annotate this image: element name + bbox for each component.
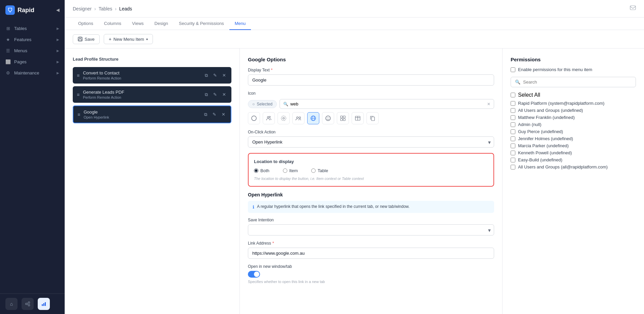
tab-columns[interactable]: Columns <box>99 18 127 30</box>
topbar: Designer › Tables › Leads <box>65 0 644 18</box>
edit-button-google[interactable]: ✎ <box>211 111 218 118</box>
user-checkbox-4[interactable] <box>511 129 515 134</box>
breadcrumb-tables[interactable]: Tables <box>99 6 112 11</box>
user-label-8: Easy-Build (undefined) <box>518 157 562 162</box>
user-checkbox-6[interactable] <box>511 144 515 148</box>
footer-analytics-button[interactable] <box>38 298 50 310</box>
left-panel: Lead Profile Structure ≡ Convert to Cont… <box>65 49 240 314</box>
delete-button-convert[interactable]: ✕ <box>221 72 227 78</box>
user-item-9: All Users and Groups (all@rapidplatform.… <box>511 164 636 169</box>
chevron-right-icon-3: ▶ <box>57 49 59 53</box>
menu-item-generate[interactable]: ≡ Generate Leads PDF Perform Remote Acti… <box>73 86 231 103</box>
hyperlink-info-text: A regular hyperlink that opens the link … <box>257 204 410 209</box>
icon-copy[interactable] <box>366 112 379 124</box>
open-new-tab-toggle[interactable] <box>248 271 260 278</box>
tab-options[interactable]: Options <box>73 18 99 30</box>
tab-design[interactable]: Design <box>149 18 173 30</box>
icon-web-globe[interactable] <box>307 112 319 124</box>
new-menu-button[interactable]: + New Menu Item ▾ <box>104 34 153 44</box>
tab-security[interactable]: Security & Permissions <box>173 18 229 30</box>
menu-item-sub-google: Open Hyperlink <box>84 115 203 119</box>
chevron-right-icon: ▶ <box>57 27 59 30</box>
sidebar-item-menus[interactable]: ☰ Menus ▶ <box>0 45 65 56</box>
edit-button-convert[interactable]: ✎ <box>212 72 218 78</box>
enable-permissions-checkbox[interactable] <box>511 67 515 72</box>
display-text-label: Display Text * <box>248 68 494 72</box>
icon-label: Icon <box>248 91 494 96</box>
user-checkbox-8[interactable] <box>511 158 515 162</box>
svg-rect-6 <box>42 304 43 306</box>
svg-rect-8 <box>45 302 46 306</box>
menu-item-sub-convert: Perform Remote Action <box>83 76 203 80</box>
toggle-knob <box>254 272 259 277</box>
tab-views[interactable]: Views <box>127 18 149 30</box>
tab-menu[interactable]: Menu <box>229 18 251 30</box>
breadcrumb-sep-2: › <box>115 6 117 11</box>
on-click-select[interactable]: Open Hyperlink Perform Remote Action Nav… <box>248 136 494 148</box>
radio-item-label: Item <box>289 168 298 173</box>
user-checkbox-9[interactable] <box>511 165 515 169</box>
footer-home-button[interactable]: ⌂ <box>5 298 18 310</box>
on-click-label: On-Click Action <box>248 130 494 134</box>
user-checkbox-0[interactable] <box>511 101 515 106</box>
copy-button-generate[interactable]: ⧉ <box>203 91 209 98</box>
sidebar-item-pages[interactable]: ⬜ Pages ▶ <box>0 56 65 67</box>
circle-icon: ○ <box>252 102 255 106</box>
sidebar-label-maintenance: Maintenance <box>14 70 39 75</box>
radio-item[interactable]: Item <box>283 168 298 173</box>
breadcrumb-sep-1: › <box>94 6 96 11</box>
copy-button-google[interactable]: ⧉ <box>203 111 208 118</box>
user-label-6: Marcia Parker (undefined) <box>518 143 569 148</box>
user-item-7: Kenneth Powell (undefined) <box>511 150 636 155</box>
display-text-input[interactable] <box>248 74 494 86</box>
save-button[interactable]: Save <box>73 34 100 44</box>
icon-settings[interactable] <box>278 112 290 124</box>
edit-button-generate[interactable]: ✎ <box>212 91 218 98</box>
radio-item-input[interactable] <box>283 168 287 173</box>
info-icon: ℹ <box>253 205 254 210</box>
sidebar-item-features[interactable]: ★ Features ▶ <box>0 34 65 45</box>
menu-item-convert[interactable]: ≡ Convert to Contact Perform Remote Acti… <box>73 67 231 84</box>
user-checkbox-3[interactable] <box>511 122 515 127</box>
sidebar-item-tables[interactable]: ⊞ Tables ▶ <box>0 23 65 34</box>
user-checkbox-5[interactable] <box>511 136 515 141</box>
sidebar: Rapid ◀ ⊞ Tables ▶ ★ Features ▶ ☰ Menus … <box>0 0 65 314</box>
icon-group-settings[interactable] <box>292 112 304 124</box>
tables-icon: ⊞ <box>5 26 11 31</box>
radio-table[interactable]: Table <box>311 168 328 173</box>
delete-button-google[interactable]: ✕ <box>220 111 227 118</box>
icon-people[interactable] <box>263 112 275 124</box>
user-checkbox-1[interactable] <box>511 108 515 113</box>
link-address-input[interactable] <box>248 248 494 259</box>
user-checkbox-2[interactable] <box>511 115 515 120</box>
middle-panel: Google Options Display Text * Icon ○ Sel… <box>240 49 503 314</box>
sidebar-nav: ⊞ Tables ▶ ★ Features ▶ ☰ Menus ▶ ⬜ Page… <box>0 20 65 293</box>
radio-both-input[interactable] <box>254 168 258 173</box>
icon-circle[interactable] <box>248 112 260 124</box>
footer-workflow-button[interactable] <box>22 298 34 310</box>
sidebar-item-maintenance[interactable]: ⚙ Maintenance ▶ <box>0 67 65 78</box>
icon-table[interactable] <box>352 112 364 124</box>
menu-item-name-generate: Generate Leads PDF <box>83 90 203 95</box>
permissions-search-input[interactable] <box>523 80 632 85</box>
select-all-row: Select All <box>511 92 636 98</box>
icon-emoji[interactable] <box>322 112 334 124</box>
dropdown-chevron-icon: ▾ <box>146 37 148 41</box>
select-all-checkbox[interactable] <box>511 93 515 97</box>
user-checkbox-7[interactable] <box>511 151 515 155</box>
sidebar-collapse-icon[interactable]: ◀ <box>56 8 59 12</box>
save-intention-select[interactable] <box>248 224 494 236</box>
icon-grid-view[interactable] <box>337 112 349 124</box>
radio-table-input[interactable] <box>311 168 316 173</box>
icon-search-input[interactable] <box>290 101 485 106</box>
breadcrumb-designer[interactable]: Designer <box>73 6 92 11</box>
radio-both[interactable]: Both <box>254 168 269 173</box>
svg-point-19 <box>299 117 301 119</box>
delete-button-generate[interactable]: ✕ <box>221 91 227 98</box>
copy-button-convert[interactable]: ⧉ <box>203 72 209 79</box>
topbar-message-icon[interactable] <box>630 5 636 12</box>
menu-item-google[interactable]: ≡ Google Open Hyperlink ⧉ ✎ ✕ <box>73 105 231 123</box>
user-item-1: All Users and Groups (undefined) <box>511 108 636 113</box>
save-intention-label: Save Intention <box>248 218 494 222</box>
clear-search-icon[interactable]: ✕ <box>487 102 490 106</box>
